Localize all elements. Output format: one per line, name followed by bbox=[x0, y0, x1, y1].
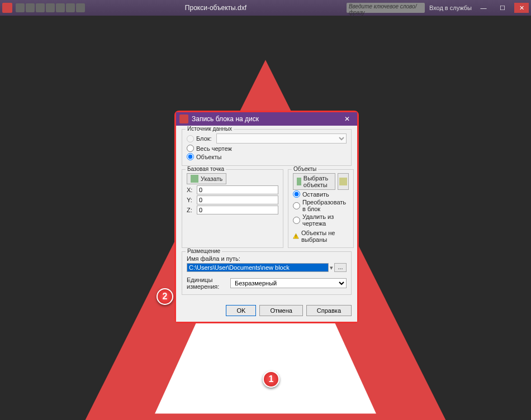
dialog-title: Запись блока на диск bbox=[192, 115, 340, 123]
app-titlebar: Прокси-объекты.dxf Введите ключевое слов… bbox=[0, 0, 531, 16]
qat-plot-icon[interactable] bbox=[56, 3, 65, 12]
radio-objects[interactable]: Объекты bbox=[187, 152, 347, 161]
cancel-button[interactable]: Отмена bbox=[259, 305, 302, 316]
callout-badge-2: 2 bbox=[157, 288, 173, 305]
wblock-dialog: Запись блока на диск ✕ Источник данных Б… bbox=[174, 111, 359, 323]
quickselect-button[interactable] bbox=[338, 173, 349, 190]
radio-delete[interactable]: Удалить из чертежа bbox=[293, 213, 349, 227]
pick-point-icon bbox=[191, 175, 198, 183]
no-objects-warning: ! Объекты не выбраны bbox=[293, 230, 349, 243]
radio-convert[interactable]: Преобразовать в блок bbox=[293, 198, 349, 213]
qat-open-icon[interactable] bbox=[26, 3, 35, 12]
minimize-button[interactable]: — bbox=[476, 3, 491, 13]
close-button[interactable]: ✕ bbox=[514, 3, 529, 13]
qat-save-icon[interactable] bbox=[36, 3, 45, 12]
qat-new-icon[interactable] bbox=[16, 3, 25, 12]
maximize-button[interactable]: ☐ bbox=[495, 3, 510, 13]
units-select[interactable]: Безразмерный bbox=[230, 278, 347, 288]
signin-link[interactable]: Вход в службы bbox=[429, 4, 472, 11]
quick-access-toolbar[interactable] bbox=[16, 3, 85, 12]
group-destination: Размещение Имя файла и путь: ▾ ... Едини… bbox=[182, 251, 352, 295]
filepath-input[interactable] bbox=[187, 263, 329, 272]
warning-icon: ! bbox=[293, 232, 299, 240]
search-input[interactable]: Введите ключевое слово/фразу bbox=[347, 3, 425, 13]
select-objects-icon bbox=[297, 178, 301, 185]
basepoint-z-input[interactable] bbox=[197, 206, 278, 214]
ok-button[interactable]: OK bbox=[226, 305, 256, 316]
units-label: Единицы измерения: bbox=[187, 276, 226, 290]
basepoint-y-input[interactable] bbox=[197, 195, 278, 204]
dialog-app-icon bbox=[179, 114, 188, 123]
callout-badge-1: 1 bbox=[263, 371, 279, 388]
help-button[interactable]: Справка bbox=[306, 305, 352, 316]
select-objects-button[interactable]: Выбрать объекты bbox=[293, 173, 335, 190]
document-title: Прокси-объекты.dxf bbox=[85, 4, 347, 12]
dialog-close-button[interactable]: ✕ bbox=[340, 115, 354, 123]
radio-block[interactable]: Блок: bbox=[187, 133, 347, 144]
dialog-titlebar[interactable]: Запись блока на диск ✕ bbox=[176, 112, 357, 126]
group-objects: Объекты Выбрать объекты Оставить Преобра… bbox=[288, 169, 354, 248]
browse-button[interactable]: ... bbox=[334, 263, 347, 272]
app-logo-icon bbox=[2, 3, 12, 13]
radio-drawing[interactable]: Весь чертеж bbox=[187, 144, 347, 152]
group-source: Источник данных Блок: Весь чертеж Объект… bbox=[182, 129, 352, 166]
qat-saveas-icon[interactable] bbox=[46, 3, 55, 12]
radio-retain[interactable]: Оставить bbox=[293, 190, 349, 198]
qat-redo-icon[interactable] bbox=[76, 3, 85, 12]
group-basepoint: Базовая точка Указать X: Y: Z: bbox=[182, 169, 283, 248]
qat-undo-icon[interactable] bbox=[66, 3, 75, 12]
quickselect-icon bbox=[339, 178, 347, 185]
pick-point-button[interactable]: Указать bbox=[187, 173, 226, 184]
path-label: Имя файла и путь: bbox=[187, 255, 347, 262]
block-select bbox=[216, 133, 347, 144]
svg-text:!: ! bbox=[295, 235, 296, 238]
basepoint-x-input[interactable] bbox=[197, 185, 278, 194]
